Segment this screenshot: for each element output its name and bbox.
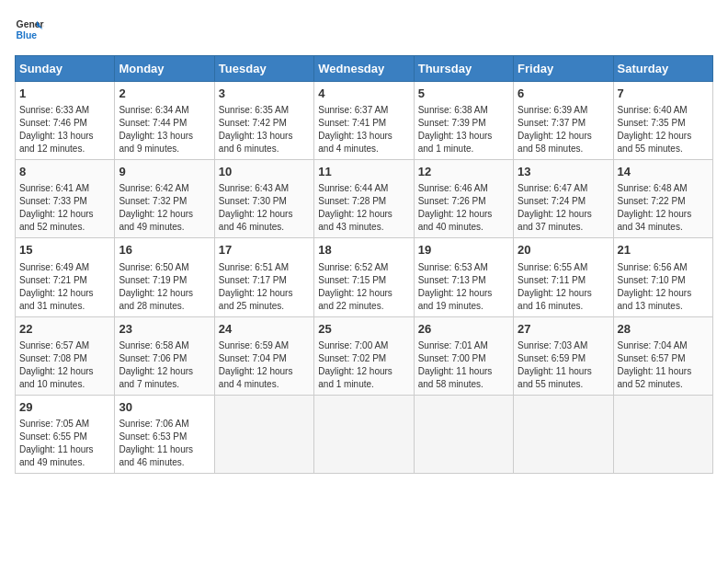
day-info: Sunrise: 6:33 AM Sunset: 7:46 PM Dayligh… [19, 104, 110, 155]
day-info: Sunrise: 6:41 AM Sunset: 7:33 PM Dayligh… [19, 182, 110, 234]
day-info: Sunrise: 7:06 AM Sunset: 6:53 PM Dayligh… [119, 418, 210, 469]
weekday-friday: Friday [514, 56, 613, 82]
calendar-day: 4Sunrise: 6:37 AM Sunset: 7:41 PM Daylig… [314, 82, 414, 160]
day-number: 5 [418, 86, 509, 102]
calendar-day: 29Sunrise: 7:05 AM Sunset: 6:55 PM Dayli… [16, 395, 115, 473]
calendar-day [414, 395, 513, 473]
day-number: 17 [219, 242, 310, 259]
day-number: 7 [618, 86, 709, 102]
calendar-day: 2Sunrise: 6:34 AM Sunset: 7:44 PM Daylig… [115, 82, 214, 160]
day-number: 26 [418, 321, 509, 338]
calendar-week-3: 15Sunrise: 6:49 AM Sunset: 7:21 PM Dayli… [16, 238, 713, 316]
calendar-header: SundayMondayTuesdayWednesdayThursdayFrid… [16, 56, 713, 82]
day-number: 15 [19, 242, 110, 259]
calendar-day: 23Sunrise: 6:58 AM Sunset: 7:06 PM Dayli… [115, 316, 214, 395]
calendar-day: 3Sunrise: 6:35 AM Sunset: 7:42 PM Daylig… [214, 82, 313, 160]
calendar-day: 22Sunrise: 6:57 AM Sunset: 7:08 PM Dayli… [16, 316, 115, 395]
calendar-day: 26Sunrise: 7:01 AM Sunset: 7:00 PM Dayli… [414, 316, 513, 395]
day-number: 11 [318, 164, 409, 180]
day-info: Sunrise: 6:35 AM Sunset: 7:42 PM Dayligh… [219, 104, 310, 155]
day-info: Sunrise: 7:01 AM Sunset: 7:00 PM Dayligh… [418, 339, 509, 391]
calendar-day: 1Sunrise: 6:33 AM Sunset: 7:46 PM Daylig… [16, 82, 115, 160]
day-number: 14 [618, 164, 709, 180]
day-info: Sunrise: 6:59 AM Sunset: 7:04 PM Dayligh… [219, 339, 310, 391]
day-info: Sunrise: 6:55 AM Sunset: 7:11 PM Dayligh… [518, 261, 609, 313]
day-number: 29 [19, 399, 110, 416]
svg-text:Blue: Blue [17, 30, 38, 40]
day-info: Sunrise: 6:48 AM Sunset: 7:22 PM Dayligh… [618, 182, 709, 234]
calendar-day: 21Sunrise: 6:56 AM Sunset: 7:10 PM Dayli… [613, 238, 712, 316]
day-info: Sunrise: 6:58 AM Sunset: 7:06 PM Dayligh… [119, 339, 210, 391]
calendar-day: 28Sunrise: 7:04 AM Sunset: 6:57 PM Dayli… [613, 316, 712, 395]
calendar-day: 18Sunrise: 6:52 AM Sunset: 7:15 PM Dayli… [314, 238, 414, 316]
calendar-body: 1Sunrise: 6:33 AM Sunset: 7:46 PM Daylig… [16, 82, 713, 474]
weekday-sunday: Sunday [16, 56, 115, 82]
calendar-day: 15Sunrise: 6:49 AM Sunset: 7:21 PM Dayli… [16, 238, 115, 316]
day-info: Sunrise: 6:44 AM Sunset: 7:28 PM Dayligh… [318, 182, 409, 234]
day-number: 21 [618, 242, 709, 259]
svg-text:General: General [17, 19, 44, 29]
day-info: Sunrise: 7:05 AM Sunset: 6:55 PM Dayligh… [19, 418, 110, 469]
calendar-day: 16Sunrise: 6:50 AM Sunset: 7:19 PM Dayli… [115, 238, 214, 316]
day-number: 23 [119, 321, 210, 338]
calendar-day: 20Sunrise: 6:55 AM Sunset: 7:11 PM Dayli… [514, 238, 613, 316]
day-number: 19 [418, 242, 509, 259]
day-number: 30 [119, 399, 210, 416]
weekday-thursday: Thursday [414, 56, 513, 82]
calendar-day: 10Sunrise: 6:43 AM Sunset: 7:30 PM Dayli… [214, 160, 313, 238]
calendar-day [514, 395, 613, 473]
day-info: Sunrise: 7:03 AM Sunset: 6:59 PM Dayligh… [518, 339, 609, 391]
calendar-day: 30Sunrise: 7:06 AM Sunset: 6:53 PM Dayli… [115, 395, 214, 473]
calendar-day: 11Sunrise: 6:44 AM Sunset: 7:28 PM Dayli… [314, 160, 414, 238]
page-header: General Blue [15, 15, 713, 44]
calendar-day: 24Sunrise: 6:59 AM Sunset: 7:04 PM Dayli… [214, 316, 313, 395]
logo-icon: General Blue [15, 15, 44, 44]
calendar-day [214, 395, 313, 473]
calendar-day: 8Sunrise: 6:41 AM Sunset: 7:33 PM Daylig… [16, 160, 115, 238]
weekday-wednesday: Wednesday [314, 56, 414, 82]
calendar-day: 5Sunrise: 6:38 AM Sunset: 7:39 PM Daylig… [414, 82, 513, 160]
calendar-week-2: 8Sunrise: 6:41 AM Sunset: 7:33 PM Daylig… [16, 160, 713, 238]
weekday-header-row: SundayMondayTuesdayWednesdayThursdayFrid… [16, 56, 713, 82]
calendar-week-4: 22Sunrise: 6:57 AM Sunset: 7:08 PM Dayli… [16, 316, 713, 395]
day-number: 8 [19, 164, 110, 180]
day-number: 9 [119, 164, 210, 180]
day-number: 28 [618, 321, 709, 338]
day-number: 3 [219, 86, 310, 102]
weekday-tuesday: Tuesday [214, 56, 313, 82]
day-info: Sunrise: 7:04 AM Sunset: 6:57 PM Dayligh… [618, 339, 709, 391]
day-number: 20 [518, 242, 609, 259]
calendar-day: 27Sunrise: 7:03 AM Sunset: 6:59 PM Dayli… [514, 316, 613, 395]
calendar-day: 14Sunrise: 6:48 AM Sunset: 7:22 PM Dayli… [613, 160, 712, 238]
day-info: Sunrise: 6:49 AM Sunset: 7:21 PM Dayligh… [19, 261, 110, 313]
day-info: Sunrise: 6:39 AM Sunset: 7:37 PM Dayligh… [518, 104, 609, 155]
day-info: Sunrise: 6:50 AM Sunset: 7:19 PM Dayligh… [119, 261, 210, 313]
day-number: 27 [518, 321, 609, 338]
day-info: Sunrise: 6:52 AM Sunset: 7:15 PM Dayligh… [318, 261, 409, 313]
weekday-monday: Monday [115, 56, 214, 82]
calendar-day: 17Sunrise: 6:51 AM Sunset: 7:17 PM Dayli… [214, 238, 313, 316]
day-number: 24 [219, 321, 310, 338]
day-info: Sunrise: 6:34 AM Sunset: 7:44 PM Dayligh… [119, 104, 210, 155]
day-number: 2 [119, 86, 210, 102]
day-number: 16 [119, 242, 210, 259]
day-number: 6 [518, 86, 609, 102]
day-info: Sunrise: 6:40 AM Sunset: 7:35 PM Dayligh… [618, 104, 709, 155]
day-info: Sunrise: 6:37 AM Sunset: 7:41 PM Dayligh… [318, 104, 409, 155]
calendar-day: 25Sunrise: 7:00 AM Sunset: 7:02 PM Dayli… [314, 316, 414, 395]
calendar-day: 19Sunrise: 6:53 AM Sunset: 7:13 PM Dayli… [414, 238, 513, 316]
day-info: Sunrise: 7:00 AM Sunset: 7:02 PM Dayligh… [318, 339, 409, 391]
day-number: 22 [19, 321, 110, 338]
calendar-day [314, 395, 414, 473]
calendar-day: 9Sunrise: 6:42 AM Sunset: 7:32 PM Daylig… [115, 160, 214, 238]
day-number: 13 [518, 164, 609, 180]
calendar-week-5: 29Sunrise: 7:05 AM Sunset: 6:55 PM Dayli… [16, 395, 713, 473]
day-info: Sunrise: 6:56 AM Sunset: 7:10 PM Dayligh… [618, 261, 709, 313]
day-info: Sunrise: 6:46 AM Sunset: 7:26 PM Dayligh… [418, 182, 509, 234]
day-info: Sunrise: 6:47 AM Sunset: 7:24 PM Dayligh… [518, 182, 609, 234]
day-number: 12 [418, 164, 509, 180]
day-number: 18 [318, 242, 409, 259]
calendar-day: 12Sunrise: 6:46 AM Sunset: 7:26 PM Dayli… [414, 160, 513, 238]
calendar-day: 6Sunrise: 6:39 AM Sunset: 7:37 PM Daylig… [514, 82, 613, 160]
calendar-day: 7Sunrise: 6:40 AM Sunset: 7:35 PM Daylig… [613, 82, 712, 160]
